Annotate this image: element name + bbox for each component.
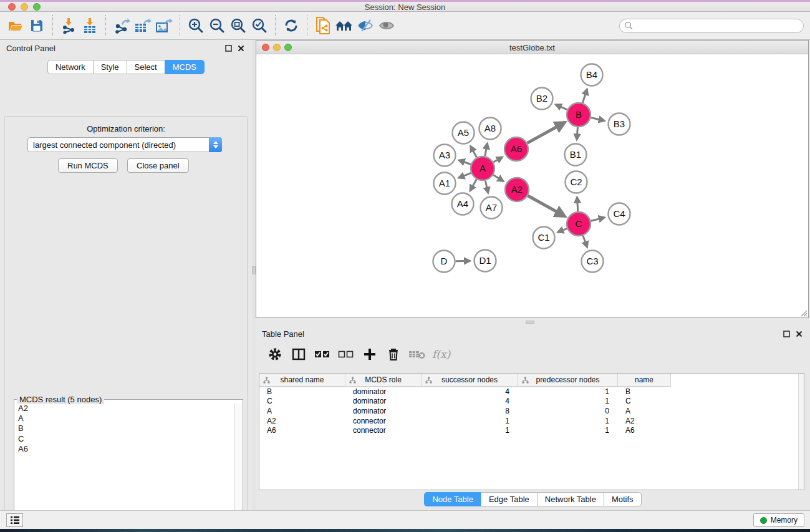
export-table-button[interactable] [132, 16, 153, 36]
edge-A-A2[interactable] [493, 175, 503, 181]
task-history-button[interactable] [6, 513, 23, 527]
close-panel-button[interactable]: Close panel [127, 158, 189, 173]
zoom-in-button[interactable] [185, 16, 206, 36]
table-row[interactable]: A6connector11A6 [259, 425, 798, 435]
edge-A2-C[interactable] [528, 196, 564, 216]
tab-edge-table[interactable]: Edge Table [481, 492, 537, 506]
export-image-button[interactable] [153, 16, 175, 36]
edge-B-B2[interactable] [556, 105, 567, 110]
edge-B-B4[interactable] [582, 89, 587, 103]
search-box[interactable] [619, 19, 804, 33]
tab-motifs[interactable]: Motifs [604, 492, 642, 506]
zoom-fit-button[interactable] [228, 16, 249, 36]
edge-B-B1[interactable] [577, 127, 578, 140]
tab-node-table[interactable]: Node Table [424, 492, 481, 506]
node-A6[interactable]: A6 [504, 137, 528, 161]
home-layout-button[interactable] [334, 16, 355, 36]
mcds-result-item[interactable]: B [15, 423, 234, 433]
zoom-selected-button[interactable] [249, 16, 270, 36]
node-B3[interactable]: B3 [609, 114, 630, 135]
mcds-result-item[interactable]: A6 [15, 444, 234, 454]
edge-A-A1[interactable] [459, 173, 471, 178]
edge-C-C3[interactable] [583, 236, 587, 247]
refresh-button[interactable] [281, 16, 302, 36]
columns-button[interactable] [289, 344, 309, 364]
import-network-button[interactable] [58, 16, 79, 36]
table-row[interactable]: Adominator80A [259, 406, 798, 416]
delete-table-button[interactable] [407, 344, 427, 364]
node-A7[interactable]: A7 [481, 197, 503, 219]
mcds-result-item[interactable]: A2 [15, 404, 234, 414]
edge-B-B3[interactable] [591, 117, 604, 120]
edge-A6-B[interactable] [528, 123, 565, 143]
node-A1[interactable]: A1 [434, 173, 456, 195]
edge-A-A5[interactable] [471, 147, 477, 158]
edge-A-A3[interactable] [459, 160, 471, 165]
node-B1[interactable]: B1 [565, 144, 587, 166]
edge-A-A4[interactable] [470, 179, 476, 190]
node-A5[interactable]: A5 [453, 122, 475, 144]
table-row[interactable]: Bdominator41B [259, 387, 798, 397]
network-canvas[interactable]: B4B2BB3A8A5A6A3B1AC2A1A2A4A7C4CC1C3DD1 [256, 54, 808, 317]
table-row[interactable]: A2connector11A2 [259, 416, 798, 426]
node-A[interactable]: A [471, 157, 494, 180]
select-all-button[interactable] [312, 344, 332, 364]
column-header-MCDS-role[interactable]: MCDS role [345, 374, 422, 387]
window-resize-grip[interactable] [798, 307, 808, 317]
close-table-panel-icon[interactable] [794, 329, 804, 338]
edge-C-C2[interactable] [577, 197, 577, 211]
export-network-button[interactable] [111, 16, 132, 36]
float-panel-icon[interactable] [223, 44, 233, 52]
node-C4[interactable]: C4 [609, 203, 630, 225]
node-A8[interactable]: A8 [480, 118, 501, 140]
close-panel-icon[interactable] [236, 44, 246, 52]
tab-style[interactable]: Style [93, 60, 127, 74]
node-A3[interactable]: A3 [434, 145, 456, 167]
run-mcds-button[interactable]: Run MCDS [58, 158, 118, 173]
tab-select[interactable]: Select [127, 60, 165, 74]
table-row[interactable]: Cdominator41C [259, 397, 798, 407]
gear-button[interactable] [265, 344, 285, 364]
edge-C-C1[interactable] [558, 228, 567, 232]
edge-C-C4[interactable] [591, 218, 604, 221]
deselect-all-button[interactable] [336, 344, 356, 364]
edge-A-A8[interactable] [485, 143, 488, 156]
import-table-button[interactable] [79, 16, 100, 36]
column-header-name[interactable]: name [618, 374, 671, 387]
tab-network-table[interactable]: Network Table [537, 492, 604, 506]
node-table-scrollbar[interactable] [798, 374, 804, 490]
function-builder-button[interactable]: f(x) [431, 348, 450, 360]
node-A4[interactable]: A4 [452, 193, 474, 215]
node-B4[interactable]: B4 [581, 64, 603, 86]
column-header-successor-nodes[interactable]: successor nodes [422, 374, 518, 387]
edge-A-A6[interactable] [493, 157, 502, 162]
node-C1[interactable]: C1 [533, 227, 555, 249]
column-header-shared-name[interactable]: shared name [259, 374, 345, 387]
tab-mcds[interactable]: MCDS [165, 60, 205, 74]
node-C2[interactable]: C2 [566, 172, 587, 193]
horizontal-splitter-grip[interactable] [526, 321, 534, 324]
node-B[interactable]: B [567, 103, 591, 127]
node-A2[interactable]: A2 [505, 178, 529, 201]
tab-network[interactable]: Network [47, 60, 93, 74]
node-C[interactable]: C [567, 212, 591, 236]
mcds-result-item[interactable]: A [15, 414, 234, 423]
open-session-button[interactable] [5, 16, 26, 36]
show-eye-button[interactable] [376, 16, 397, 36]
edge-A-A7[interactable] [485, 181, 488, 193]
criterion-dropdown[interactable]: largest connected component (directed) [27, 137, 222, 152]
node-D[interactable]: D [433, 251, 455, 273]
add-column-button[interactable] [360, 344, 380, 364]
zoom-out-button[interactable] [206, 16, 228, 36]
save-session-button[interactable] [26, 16, 47, 36]
search-input[interactable] [634, 20, 803, 31]
node-C3[interactable]: C3 [582, 251, 604, 273]
column-header-predecessor-nodes[interactable]: predecessor nodes [518, 374, 618, 387]
memory-button[interactable]: Memory [753, 513, 804, 527]
delete-button[interactable] [383, 344, 403, 364]
float-table-panel-icon[interactable] [781, 329, 791, 338]
hide-eye-button[interactable] [355, 16, 376, 36]
node-B2[interactable]: B2 [531, 88, 553, 110]
network-document-button[interactable] [312, 16, 334, 36]
node-D1[interactable]: D1 [475, 250, 496, 272]
